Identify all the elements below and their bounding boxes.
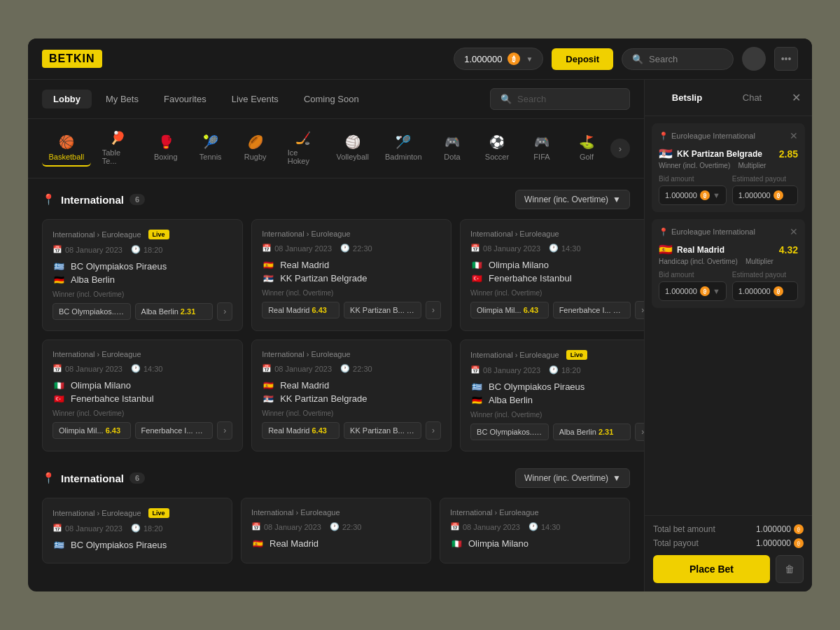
event-breadcrumb: International › Euroleague xyxy=(470,230,644,238)
chevron-down-icon: ▼ xyxy=(612,195,621,204)
dropdown-arrow: ▼ xyxy=(713,287,720,295)
section-1-filter[interactable]: Winner (inc. Overtime) ▼ xyxy=(515,190,630,209)
nav-coming-soon[interactable]: Coming Soon xyxy=(293,90,370,108)
calendar-icon: 📅 xyxy=(262,244,272,253)
sport-tab-soccer[interactable]: ⚽ Soccer xyxy=(476,130,518,167)
odds-btn-team1[interactable]: BC Olympiakos... 1.95 xyxy=(470,424,549,440)
event-meta: 📅 08 January 2023 🕐 22:30 xyxy=(262,244,441,253)
sport-tab-soccer-label: Soccer xyxy=(485,153,509,161)
nav-live-events[interactable]: Live Events xyxy=(220,90,290,108)
pin-icon-small: 📍 xyxy=(659,132,668,141)
live-badge: Live xyxy=(148,508,169,518)
sport-tab-boxing[interactable]: 🥊 Boxing xyxy=(145,130,187,167)
icehockey-icon: 🏒 xyxy=(295,130,311,146)
nav-lobby[interactable]: Lobby xyxy=(42,90,92,108)
team2-row: 🇷🇸 KK Partizan Belgrade xyxy=(262,273,441,284)
header-search[interactable]: 🔍 Search xyxy=(622,48,734,70)
bid-amount-input[interactable]: 1.000000 ₿ ▼ xyxy=(659,186,727,205)
total-payout-value: 1.000000 ₿ xyxy=(756,538,804,548)
calendar-icon: 📅 xyxy=(52,245,62,254)
bet-amounts: Bid amount 1.000000 ₿ ▼ Estimated payout xyxy=(659,175,798,205)
bid-amount-selector[interactable]: 1.000000 ₿ ▼ xyxy=(659,186,727,205)
sport-tab-golf[interactable]: ⛳ Golf xyxy=(566,130,608,167)
sport-tab-volleyball[interactable]: 🏐 Volleyball xyxy=(330,130,376,167)
delete-bets-button[interactable]: 🗑 xyxy=(776,555,804,583)
team1-name: Real Madrid xyxy=(280,380,329,391)
team1-row: 🇪🇸 Real Madrid xyxy=(262,380,441,391)
odds-label: Winner (incl. Overtime) xyxy=(470,411,644,419)
bid-amount-input[interactable]: 1.000000 ₿ ▼ xyxy=(659,281,727,301)
sport-tab-fifa-label: FIFA xyxy=(533,153,550,161)
payout-amount-group: Estimated payout 1.000000 ₿ xyxy=(732,271,798,301)
bet-league-icon: 📍 Euroleague International xyxy=(659,132,755,141)
chevron-down-icon: ▼ xyxy=(526,55,533,63)
sport-tab-basketball[interactable]: 🏀 Basketball xyxy=(42,130,91,167)
more-odds-button[interactable]: › xyxy=(635,423,644,441)
section-2-filter[interactable]: Winner (inc. Overtime) ▼ xyxy=(515,468,630,488)
sport-tab-rugby[interactable]: 🏉 Rugby xyxy=(234,130,276,167)
bet-remove-button[interactable]: ✕ xyxy=(790,130,798,141)
more-odds-button[interactable]: › xyxy=(426,421,441,440)
odds-btn-team2[interactable]: Alba Berlin 2.31 xyxy=(553,424,631,440)
team2-flag: 🇹🇷 xyxy=(52,394,65,404)
odds-btn-team2[interactable]: KK Partizan B... 2.12 xyxy=(344,422,421,439)
bet-item-2-header: 📍 Euroleague International ✕ xyxy=(659,226,798,237)
tabs-next-button[interactable]: › xyxy=(610,139,630,158)
nav-favourites[interactable]: Favourites xyxy=(153,90,218,108)
odds-btn-team1[interactable]: BC Olympiakos... 1.95 xyxy=(52,303,131,320)
odds-btn-team2[interactable]: KK Partizan B... 2.12 xyxy=(344,302,421,318)
team2-name: Fenerbahce Istanbul xyxy=(489,273,572,284)
betslip-content: 📍 Euroleague International ✕ 🇷🇸 KK Parti… xyxy=(645,116,812,515)
odds-btn-team1[interactable]: Real Madrid 6.43 xyxy=(262,302,340,318)
bid-amount-selector[interactable]: 1.000000 ₿ ▼ xyxy=(659,281,727,301)
odds-btn-team1[interactable]: Olimpia Mil... 6.43 xyxy=(52,422,131,439)
nav-search[interactable]: 🔍 Search xyxy=(490,88,630,110)
boxing-icon: 🥊 xyxy=(158,134,174,150)
sport-tab-badminton[interactable]: 🏸 Badminton xyxy=(379,130,428,167)
odds-btn-team2[interactable]: Fenerbahce I... 2.12 xyxy=(553,302,631,318)
odds-btn-team1[interactable]: Olimpia Mil... 6.43 xyxy=(470,302,549,318)
event-card: International › Euroleague 📅 08 January … xyxy=(251,340,451,451)
odds-btn-team2[interactable]: Fenerbahce I... 2.12 xyxy=(135,422,214,439)
team1-flag: 🇮🇹 xyxy=(470,260,483,270)
btc-icon-small: ₿ xyxy=(794,538,804,548)
btc-icon: ₿ xyxy=(507,52,520,65)
panel-close-button[interactable]: ✕ xyxy=(792,91,801,104)
chat-tab[interactable]: Chat xyxy=(721,88,783,107)
sport-tab-tabletennis[interactable]: 🏓 Table Te... xyxy=(94,126,142,171)
team2-row: 🇷🇸 KK Partizan Belgrade xyxy=(262,393,441,404)
odds-row: Olimpia Mil... 6.43 Fenerbahce I... 2.12… xyxy=(52,421,232,440)
avatar-button[interactable] xyxy=(742,47,766,71)
team1-name: BC Olympiakos Piraeus xyxy=(71,540,167,550)
tennis-icon: 🎾 xyxy=(203,134,218,150)
bet-team-flag: 🇪🇸 xyxy=(659,243,673,256)
more-odds-button[interactable]: › xyxy=(217,302,232,321)
team1-flag: 🇬🇷 xyxy=(470,382,483,392)
section-2-title: 📍 International 6 xyxy=(42,472,145,484)
sport-tab-tennis[interactable]: 🎾 Tennis xyxy=(190,130,232,167)
more-options-button[interactable]: ••• xyxy=(774,47,798,71)
btc-icon-small: ₿ xyxy=(700,286,710,296)
bet-league-icon: 📍 Euroleague International xyxy=(659,227,755,237)
team1-flag: 🇪🇸 xyxy=(251,539,264,549)
betslip-tab[interactable]: Betslip xyxy=(656,88,718,107)
calendar-icon: 📅 xyxy=(470,244,480,253)
sport-tab-icehockey[interactable]: 🏒 Ice Hokey xyxy=(279,126,327,171)
deposit-button[interactable]: Deposit xyxy=(552,48,613,70)
more-odds-button[interactable]: › xyxy=(217,421,232,440)
sport-tab-fifa[interactable]: 🎮 FIFA xyxy=(521,130,563,167)
balance-display[interactable]: 1.000000 ₿ ▼ xyxy=(454,48,543,70)
odds-btn-team2[interactable]: Alba Berlin 2.31 xyxy=(135,303,214,320)
odds-btn-team1[interactable]: Real Madrid 6.43 xyxy=(262,422,340,439)
btc-icon-small: ₿ xyxy=(794,524,804,534)
more-odds-button[interactable]: › xyxy=(426,301,441,319)
bet-remove-button[interactable]: ✕ xyxy=(790,226,798,237)
place-bet-button[interactable]: Place Bet xyxy=(653,555,770,583)
nav-my-bets[interactable]: My Bets xyxy=(94,90,150,108)
team1-row: 🇬🇷 BC Olympiakos Piraeus xyxy=(52,261,232,272)
team1-row: 🇮🇹 Olimpia Milano xyxy=(470,260,644,270)
more-odds-button[interactable]: › xyxy=(635,301,644,319)
sport-tab-dota[interactable]: 🎮 Dota xyxy=(431,130,473,167)
odds-row: Real Madrid 6.43 KK Partizan B... 2.12 › xyxy=(262,301,441,319)
team2-row: 🇩🇪 Alba Berlin xyxy=(470,395,644,405)
